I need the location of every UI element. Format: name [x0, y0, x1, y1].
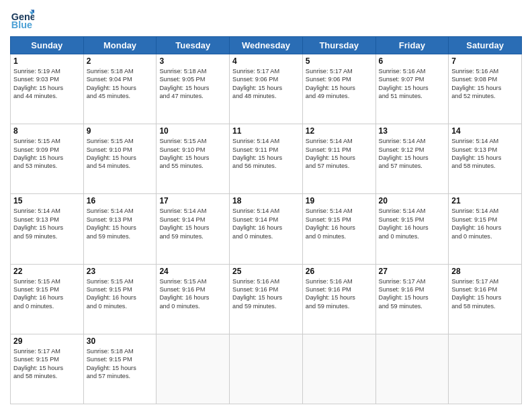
cell-content: Sunrise: 5:14 AMSunset: 9:11 PMDaylight:… [232, 137, 300, 171]
day-number: 13 [379, 126, 446, 136]
day-number: 16 [87, 196, 154, 205]
calendar-cell: 25Sunrise: 5:16 AMSunset: 9:16 PMDayligh… [230, 264, 303, 334]
cell-content: Sunrise: 5:14 AMSunset: 9:13 PMDaylight:… [451, 137, 519, 171]
calendar-cell: 23Sunrise: 5:15 AMSunset: 9:15 PMDayligh… [83, 264, 157, 334]
header-thursday: Thursday [302, 37, 375, 54]
cell-content: Sunrise: 5:14 AMSunset: 9:13 PMDaylight:… [87, 207, 154, 240]
cell-content: Sunrise: 5:14 AMSunset: 9:15 PMDaylight:… [379, 207, 446, 240]
header-sunday: Sunday [11, 37, 84, 54]
day-number: 10 [159, 126, 226, 136]
cell-content: Sunrise: 5:16 AMSunset: 9:08 PMDaylight:… [451, 67, 519, 101]
calendar-cell: 10Sunrise: 5:15 AMSunset: 9:10 PMDayligh… [157, 124, 230, 194]
calendar-cell: 12Sunrise: 5:14 AMSunset: 9:11 PMDayligh… [302, 124, 375, 194]
week-row-2: 15Sunrise: 5:14 AMSunset: 9:13 PMDayligh… [11, 194, 522, 264]
calendar-cell: 6Sunrise: 5:16 AMSunset: 9:07 PMDaylight… [375, 54, 449, 124]
calendar-cell: 4Sunrise: 5:17 AMSunset: 9:06 PMDaylight… [230, 54, 303, 124]
cell-content: Sunrise: 5:15 AMSunset: 9:16 PMDaylight:… [159, 277, 226, 311]
header-wednesday: Wednesday [230, 37, 303, 54]
calendar-cell: 24Sunrise: 5:15 AMSunset: 9:16 PMDayligh… [157, 264, 230, 334]
calendar-cell: 13Sunrise: 5:14 AMSunset: 9:12 PMDayligh… [375, 124, 449, 194]
day-number: 18 [232, 196, 300, 205]
day-number: 1 [13, 56, 81, 66]
day-number: 11 [232, 126, 300, 136]
calendar-cell: 15Sunrise: 5:14 AMSunset: 9:13 PMDayligh… [11, 194, 84, 264]
week-row-4: 29Sunrise: 5:17 AMSunset: 9:15 PMDayligh… [11, 334, 522, 404]
day-number: 23 [87, 267, 154, 276]
day-number: 26 [306, 267, 373, 276]
header-monday: Monday [83, 37, 157, 54]
cell-content: Sunrise: 5:19 AMSunset: 9:03 PMDaylight:… [13, 67, 81, 101]
header-friday: Friday [375, 37, 449, 54]
calendar-cell: 28Sunrise: 5:17 AMSunset: 9:16 PMDayligh… [449, 264, 522, 334]
cell-content: Sunrise: 5:18 AMSunset: 9:04 PMDaylight:… [87, 67, 154, 101]
cell-content: Sunrise: 5:16 AMSunset: 9:16 PMDaylight:… [232, 277, 300, 311]
day-number: 6 [379, 56, 446, 66]
calendar-cell: 3Sunrise: 5:18 AMSunset: 9:05 PMDaylight… [157, 54, 230, 124]
cell-content: Sunrise: 5:17 AMSunset: 9:06 PMDaylight:… [232, 67, 300, 101]
calendar-cell: 8Sunrise: 5:15 AMSunset: 9:09 PMDaylight… [11, 124, 84, 194]
cell-content: Sunrise: 5:18 AMSunset: 9:05 PMDaylight:… [159, 67, 226, 101]
calendar-cell: 9Sunrise: 5:15 AMSunset: 9:10 PMDaylight… [83, 124, 157, 194]
cell-content: Sunrise: 5:15 AMSunset: 9:15 PMDaylight:… [87, 277, 154, 311]
day-number: 4 [232, 56, 300, 66]
day-number: 19 [306, 196, 373, 205]
cell-content: Sunrise: 5:15 AMSunset: 9:09 PMDaylight:… [13, 137, 81, 171]
cell-content: Sunrise: 5:16 AMSunset: 9:16 PMDaylight:… [306, 277, 373, 311]
cell-content: Sunrise: 5:17 AMSunset: 9:15 PMDaylight:… [13, 347, 81, 381]
cell-content: Sunrise: 5:15 AMSunset: 9:15 PMDaylight:… [13, 277, 81, 311]
day-number: 15 [13, 196, 81, 205]
day-number: 28 [451, 267, 519, 276]
cell-content: Sunrise: 5:17 AMSunset: 9:16 PMDaylight:… [379, 277, 446, 311]
day-number: 3 [159, 56, 226, 66]
day-number: 30 [87, 336, 154, 346]
day-number: 20 [379, 196, 446, 205]
header: General Blue [10, 7, 522, 31]
day-number: 7 [451, 56, 519, 66]
calendar-cell: 5Sunrise: 5:17 AMSunset: 9:06 PMDaylight… [302, 54, 375, 124]
calendar-header-row: SundayMondayTuesdayWednesdayThursdayFrid… [11, 37, 522, 54]
cell-content: Sunrise: 5:18 AMSunset: 9:15 PMDaylight:… [87, 347, 154, 381]
calendar-cell [449, 334, 522, 404]
week-row-0: 1Sunrise: 5:19 AMSunset: 9:03 PMDaylight… [11, 54, 522, 124]
day-number: 2 [87, 56, 154, 66]
calendar-cell: 26Sunrise: 5:16 AMSunset: 9:16 PMDayligh… [302, 264, 375, 334]
cell-content: Sunrise: 5:17 AMSunset: 9:06 PMDaylight:… [306, 67, 373, 101]
page: General Blue SundayMondayTuesdayWednesda… [0, 0, 532, 411]
calendar-cell: 30Sunrise: 5:18 AMSunset: 9:15 PMDayligh… [83, 334, 157, 404]
calendar-cell: 1Sunrise: 5:19 AMSunset: 9:03 PMDaylight… [11, 54, 84, 124]
header-saturday: Saturday [449, 37, 522, 54]
day-number: 17 [159, 196, 226, 205]
cell-content: Sunrise: 5:15 AMSunset: 9:10 PMDaylight:… [87, 137, 154, 171]
calendar-cell [157, 334, 230, 404]
cell-content: Sunrise: 5:14 AMSunset: 9:12 PMDaylight:… [379, 137, 446, 171]
cell-content: Sunrise: 5:14 AMSunset: 9:11 PMDaylight:… [306, 137, 373, 171]
cell-content: Sunrise: 5:17 AMSunset: 9:16 PMDaylight:… [451, 277, 519, 311]
day-number: 9 [87, 126, 154, 136]
week-row-1: 8Sunrise: 5:15 AMSunset: 9:09 PMDaylight… [11, 124, 522, 194]
cell-content: Sunrise: 5:14 AMSunset: 9:15 PMDaylight:… [451, 207, 519, 240]
calendar-cell [375, 334, 449, 404]
calendar-cell: 14Sunrise: 5:14 AMSunset: 9:13 PMDayligh… [449, 124, 522, 194]
header-tuesday: Tuesday [157, 37, 230, 54]
logo: General Blue [10, 7, 37, 31]
calendar-cell: 17Sunrise: 5:14 AMSunset: 9:14 PMDayligh… [157, 194, 230, 264]
day-number: 8 [13, 126, 81, 136]
calendar-cell: 16Sunrise: 5:14 AMSunset: 9:13 PMDayligh… [83, 194, 157, 264]
calendar-cell: 21Sunrise: 5:14 AMSunset: 9:15 PMDayligh… [449, 194, 522, 264]
logo-icon: General Blue [10, 7, 34, 31]
day-number: 21 [451, 196, 519, 205]
calendar-cell: 7Sunrise: 5:16 AMSunset: 9:08 PMDaylight… [449, 54, 522, 124]
calendar-cell [302, 334, 375, 404]
calendar-cell: 27Sunrise: 5:17 AMSunset: 9:16 PMDayligh… [375, 264, 449, 334]
day-number: 27 [379, 267, 446, 276]
day-number: 12 [306, 126, 373, 136]
week-row-3: 22Sunrise: 5:15 AMSunset: 9:15 PMDayligh… [11, 264, 522, 334]
calendar-cell: 29Sunrise: 5:17 AMSunset: 9:15 PMDayligh… [11, 334, 84, 404]
day-number: 5 [306, 56, 373, 66]
day-number: 22 [13, 267, 81, 276]
calendar-cell [230, 334, 303, 404]
day-number: 29 [13, 336, 81, 346]
day-number: 25 [232, 267, 300, 276]
cell-content: Sunrise: 5:14 AMSunset: 9:14 PMDaylight:… [232, 207, 300, 240]
calendar-cell: 18Sunrise: 5:14 AMSunset: 9:14 PMDayligh… [230, 194, 303, 264]
